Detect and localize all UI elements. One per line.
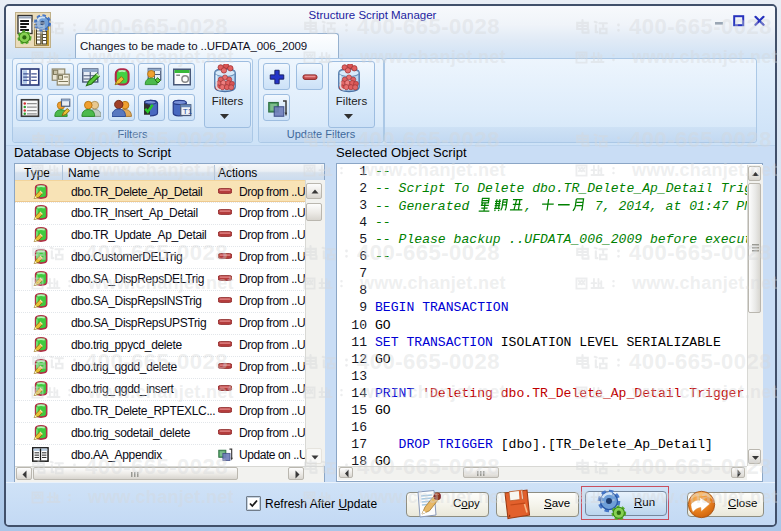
svg-text:T1: T1: [183, 107, 192, 116]
